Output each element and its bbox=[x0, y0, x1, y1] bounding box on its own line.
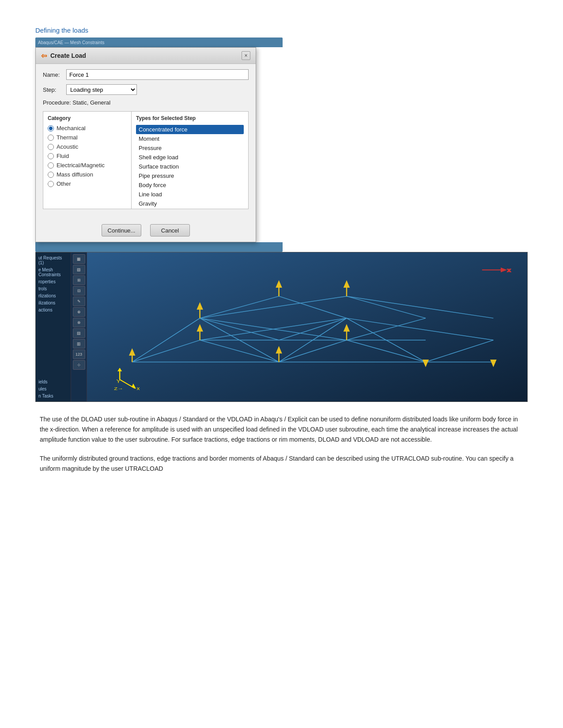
bg-footer-strip bbox=[35, 242, 283, 252]
radio-thermal[interactable] bbox=[48, 135, 54, 141]
types-list: Concentrated force Moment Pressure Shell… bbox=[136, 125, 244, 209]
dialog-titlebar: ⇦ Create Load × bbox=[36, 48, 256, 64]
radio-acoustic[interactable] bbox=[48, 144, 54, 150]
tool-icon-9[interactable]: ▥ bbox=[73, 339, 85, 349]
dialog-title: Create Load bbox=[50, 52, 86, 59]
type-concentrated-force[interactable]: Concentrated force bbox=[136, 125, 244, 134]
tool-icon-1[interactable]: ▦ bbox=[73, 254, 85, 264]
tool-icon-11[interactable]: ⊹ bbox=[73, 360, 85, 370]
tool-icon-7[interactable]: ⊗ bbox=[73, 318, 85, 327]
radio-mechanical[interactable] bbox=[48, 125, 54, 131]
category-fluid[interactable]: Fluid bbox=[48, 153, 127, 159]
create-load-dialog: ⇦ Create Load × Name: Step: Loading step… bbox=[35, 47, 256, 242]
dialog-title-group: ⇦ Create Load bbox=[41, 52, 86, 60]
step-select[interactable]: Loading step bbox=[66, 84, 137, 95]
svg-text:x: x bbox=[136, 386, 140, 391]
step-label: Step: bbox=[43, 86, 63, 93]
sidebar-item-ilizations[interactable]: ilizations bbox=[38, 300, 69, 306]
dialog-body: Name: Step: Loading step Procedure: Stat… bbox=[36, 64, 256, 221]
category-electrical-label: Electrical/Magnetic bbox=[57, 162, 105, 169]
svg-text:Z→: Z→ bbox=[114, 386, 123, 390]
svg-text:x: x bbox=[507, 267, 511, 273]
category-header: Category bbox=[48, 115, 127, 121]
dialog-area: Abaqus/CAE — Mesh Constraints ⇦ Create L… bbox=[35, 38, 283, 252]
svg-rect-0 bbox=[87, 252, 527, 402]
sidebar-item-fields[interactable]: ields bbox=[38, 379, 69, 385]
viewport-sidebar: ut Requests (1) e Mesh Constraints roper… bbox=[36, 252, 71, 402]
tool-icon-5[interactable]: ✎ bbox=[73, 296, 85, 306]
category-mechanical[interactable]: Mechanical bbox=[48, 125, 127, 131]
category-mass-diffusion-label: Mass diffusion bbox=[57, 171, 93, 178]
tool-icon-3[interactable]: ⊞ bbox=[73, 275, 85, 285]
procedure-row: Procedure: Static, General bbox=[43, 99, 249, 106]
dialog-footer: Continue... Cancel bbox=[36, 221, 256, 242]
sidebar-item-tasks[interactable]: n Tasks bbox=[38, 393, 69, 399]
tool-icon-8[interactable]: ▤ bbox=[73, 328, 85, 338]
bg-toolbar: Abaqus/CAE — Mesh Constraints bbox=[35, 38, 283, 47]
bg-toolbar-text: Abaqus/CAE — Mesh Constraints bbox=[38, 40, 105, 45]
tool-icon-6[interactable]: ⊕ bbox=[73, 307, 85, 317]
continue-button[interactable]: Continue... bbox=[102, 224, 141, 236]
load-icon: ⇦ bbox=[41, 52, 47, 60]
procedure-label: Procedure: bbox=[43, 99, 71, 106]
viewport-toolbar: ▦ ▧ ⊞ ⊟ ✎ ⊕ ⊗ ▤ ▥ 123 ⊹ bbox=[71, 252, 87, 402]
category-acoustic[interactable]: Acoustic bbox=[48, 143, 127, 150]
category-mechanical-label: Mechanical bbox=[57, 125, 86, 131]
step-row: Step: Loading step bbox=[43, 84, 249, 95]
type-pipe-pressure[interactable]: Pipe pressure bbox=[136, 171, 244, 180]
cancel-button[interactable]: Cancel bbox=[150, 224, 190, 236]
type-surface-traction[interactable]: Surface traction bbox=[136, 162, 244, 171]
3d-scene: x Y x Z→ bbox=[87, 252, 527, 402]
category-mass-diffusion[interactable]: Mass diffusion bbox=[48, 171, 127, 178]
name-label: Name: bbox=[43, 71, 63, 78]
sidebar-item-actions[interactable]: actions bbox=[38, 307, 69, 313]
category-electrical[interactable]: Electrical/Magnetic bbox=[48, 162, 127, 169]
sidebar-item-controls[interactable]: trols bbox=[38, 286, 69, 292]
procedure-value: Static, General bbox=[72, 99, 110, 106]
category-types-panel: Category Mechanical Thermal Acoustic bbox=[43, 111, 249, 209]
type-bolt-load[interactable]: Bolt load bbox=[136, 208, 244, 209]
sidebar-item-requests[interactable]: ut Requests (1) bbox=[38, 255, 69, 266]
types-header: Types for Selected Step bbox=[136, 115, 244, 121]
category-thermal-label: Thermal bbox=[57, 134, 78, 141]
category-acoustic-label: Acoustic bbox=[57, 143, 78, 150]
category-column: Category Mechanical Thermal Acoustic bbox=[43, 112, 132, 209]
paragraph-2: The uniformly distributed ground tractio… bbox=[40, 454, 523, 474]
types-column: Types for Selected Step Concentrated for… bbox=[132, 112, 248, 209]
viewport-area: ut Requests (1) e Mesh Constraints roper… bbox=[35, 252, 528, 402]
sidebar-item-properties[interactable]: roperties bbox=[38, 279, 69, 285]
radio-fluid[interactable] bbox=[48, 153, 54, 159]
radio-mass-diffusion[interactable] bbox=[48, 172, 54, 178]
scene-svg: x Y x Z→ bbox=[87, 252, 527, 402]
type-line-load[interactable]: Line load bbox=[136, 190, 244, 199]
category-other-label: Other bbox=[57, 180, 71, 187]
category-other[interactable]: Other bbox=[48, 180, 127, 187]
paragraph-1: The use of the DLOAD user sub-routine in… bbox=[40, 414, 523, 445]
sidebar-item-rules[interactable]: ules bbox=[38, 386, 69, 392]
type-gravity[interactable]: Gravity bbox=[136, 199, 244, 208]
category-thermal[interactable]: Thermal bbox=[48, 134, 127, 141]
radio-other[interactable] bbox=[48, 181, 54, 187]
tool-icon-4[interactable]: ⊟ bbox=[73, 286, 85, 296]
close-button[interactable]: × bbox=[242, 51, 250, 60]
tool-icon-2[interactable]: ▧ bbox=[73, 265, 85, 274]
category-fluid-label: Fluid bbox=[57, 153, 69, 159]
name-row: Name: bbox=[43, 69, 249, 80]
section-heading[interactable]: Defining the loads bbox=[35, 26, 528, 34]
sidebar-item-mesh-constraints[interactable]: e Mesh Constraints bbox=[38, 267, 69, 278]
type-pressure[interactable]: Pressure bbox=[136, 143, 244, 153]
paragraph-section: The use of the DLOAD user sub-routine in… bbox=[35, 414, 528, 474]
sidebar-item-rlizations[interactable]: rlizations bbox=[38, 293, 69, 299]
type-moment[interactable]: Moment bbox=[136, 134, 244, 143]
type-body-force[interactable]: Body force bbox=[136, 180, 244, 190]
type-shell-edge-load[interactable]: Shell edge load bbox=[136, 153, 244, 162]
tool-icon-10[interactable]: 123 bbox=[73, 349, 85, 359]
name-input[interactable] bbox=[66, 69, 249, 80]
radio-electrical[interactable] bbox=[48, 162, 54, 169]
